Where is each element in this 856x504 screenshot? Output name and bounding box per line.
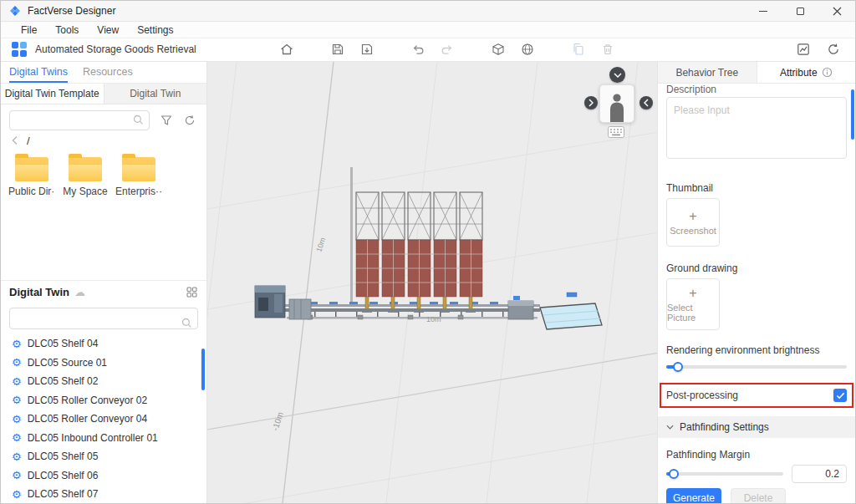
tab-resources[interactable]: Resources: [83, 62, 133, 83]
attribute-panel-content: Description Thumbnail + Screenshot Groun…: [658, 84, 855, 503]
list-item[interactable]: ⚙DLC05 Shelf 02: [1, 372, 206, 391]
twin-search-input[interactable]: [9, 308, 198, 329]
plus-icon: +: [689, 287, 696, 300]
pathfinding-margin-slider[interactable]: [666, 469, 783, 479]
subtab-digital-twin-template[interactable]: Digital Twin Template: [1, 84, 104, 104]
window-controls: [745, 1, 855, 21]
description-label: Description: [666, 84, 847, 94]
left-panel-subtabs: Digital Twin Template Digital Twin: [1, 84, 206, 104]
axis-label: 10m: [426, 315, 441, 323]
axis-label: 10m: [314, 237, 327, 253]
gear-icon: ⚙: [12, 376, 22, 387]
select-picture-button[interactable]: + Select Picture: [666, 278, 720, 330]
pathfinding-margin-input[interactable]: [792, 465, 847, 483]
slider-track[interactable]: [666, 472, 783, 476]
list-item[interactable]: ⚙DLC05 Shelf 04: [1, 334, 206, 354]
list-item[interactable]: ⚙DLC05 Shelf 07: [1, 485, 206, 503]
menu-file[interactable]: File: [21, 24, 37, 36]
undo-button[interactable]: [410, 41, 426, 58]
screenshot-upload-button[interactable]: + Screenshot: [666, 198, 720, 247]
right-panel-tabs: Behavior Tree Attribute: [658, 62, 855, 84]
right-scrollbar-thumb[interactable]: [851, 89, 854, 140]
gear-icon: ⚙: [12, 395, 22, 405]
save-all-button[interactable]: [359, 41, 375, 58]
chevron-down-icon: [614, 73, 622, 78]
folder-public-dir[interactable]: Public Dir···: [8, 154, 56, 206]
list-item[interactable]: ⚙DLC05 Roller Conveyor 02: [1, 391, 206, 410]
pathfinding-margin-row: [666, 465, 847, 483]
grid-view-icon[interactable]: [186, 286, 198, 298]
save-button[interactable]: [329, 41, 346, 58]
tab-behavior-tree[interactable]: Behavior Tree: [658, 62, 757, 83]
description-textarea[interactable]: [666, 97, 847, 159]
chart-button[interactable]: [795, 41, 812, 58]
minimize-button[interactable]: [745, 1, 782, 21]
gizmo-collapse-button[interactable]: [609, 67, 625, 83]
package-icon: [491, 42, 506, 57]
pathfinding-settings-header[interactable]: Pathfinding Settings: [658, 416, 855, 438]
post-processing-checkbox[interactable]: [833, 389, 847, 402]
globe-button[interactable]: [519, 41, 536, 58]
template-search-input[interactable]: [9, 110, 150, 130]
project-header: Automated Storage Goods Retrieval: [1, 42, 278, 57]
list-item[interactable]: ⚙DLC05 Source 01: [1, 354, 206, 373]
toolbar: Automated Storage Goods Retrieval: [1, 38, 855, 62]
list-item[interactable]: ⚙DLC05 Shelf 05: [1, 447, 206, 466]
list-item[interactable]: ⚙DLC05 Inbound Controller 01: [1, 429, 206, 448]
breadcrumb-path[interactable]: /: [27, 135, 30, 147]
slider-handle[interactable]: [669, 469, 679, 479]
viewport-3d[interactable]: -10m 10m 10m: [207, 62, 657, 503]
menu-settings[interactable]: Settings: [137, 24, 173, 36]
brightness-slider[interactable]: [666, 362, 847, 372]
minimize-icon: [759, 11, 767, 12]
folder-list: Public Dir··· My Space Enterpris···: [1, 147, 206, 206]
gear-icon: ⚙: [12, 357, 22, 368]
home-button[interactable]: [278, 41, 295, 58]
pathfinding-actions: Generate Delete: [666, 488, 847, 503]
subtab-digital-twin[interactable]: Digital Twin: [104, 84, 207, 104]
package-button[interactable]: [490, 41, 507, 58]
brightness-label: Rendering environment brightness: [666, 345, 847, 355]
list-item[interactable]: ⚙DLC05 Shelf 06: [1, 466, 206, 486]
main-area: Digital Twins Resources Digital Twin Tem…: [1, 62, 855, 503]
gizmo-next-button[interactable]: [584, 96, 598, 109]
search-icon: [132, 114, 145, 126]
twin-search-row: [1, 303, 206, 334]
gear-icon: ⚙: [12, 451, 22, 462]
factverse-logo-icon: [9, 5, 21, 17]
list-item[interactable]: ⚙DLC05 Roller Conveyor 04: [1, 410, 206, 429]
gear-icon: ⚙: [12, 339, 22, 349]
filter-icon[interactable]: [160, 114, 173, 127]
maximize-button[interactable]: [782, 1, 818, 21]
folder-my-space[interactable]: My Space: [61, 154, 110, 206]
twin-search-box: [9, 313, 198, 324]
redo-button[interactable]: [439, 41, 456, 58]
tab-attribute[interactable]: Attribute: [757, 62, 856, 83]
keyboard-icon[interactable]: [608, 126, 624, 138]
folder-icon: [15, 157, 48, 181]
folder-enterprise[interactable]: Enterpris···: [115, 154, 163, 206]
left-scrollbar-thumb[interactable]: [201, 349, 205, 390]
twin-list: ⚙DLC05 Shelf 04 ⚙DLC05 Source 01 ⚙DLC05 …: [1, 334, 206, 503]
gizmo-prev-button[interactable]: [639, 96, 653, 109]
close-button[interactable]: [818, 1, 855, 21]
copy-button[interactable]: [570, 41, 587, 58]
view-avatar[interactable]: [599, 84, 634, 123]
title-bar: FactVerse Designer: [1, 1, 855, 22]
tab-digital-twins[interactable]: Digital Twins: [9, 62, 68, 83]
info-icon[interactable]: [822, 67, 833, 78]
slider-track[interactable]: [666, 365, 847, 369]
delete-button[interactable]: Delete: [731, 488, 786, 503]
menu-bar: File Tools View Settings: [1, 22, 855, 38]
menu-tools[interactable]: Tools: [55, 24, 79, 36]
refresh-button[interactable]: [825, 41, 842, 58]
delete-button-toolbar[interactable]: [599, 41, 616, 58]
pathfinding-margin-label: Pathfinding Margin: [666, 450, 847, 460]
reset-icon[interactable]: [183, 114, 196, 127]
chevron-right-icon: [588, 99, 594, 107]
back-chevron-icon[interactable]: [11, 135, 18, 145]
menu-view[interactable]: View: [97, 24, 119, 36]
slider-handle[interactable]: [673, 362, 683, 372]
generate-button[interactable]: Generate: [666, 488, 721, 503]
window-title: FactVerse Designer: [28, 5, 115, 17]
